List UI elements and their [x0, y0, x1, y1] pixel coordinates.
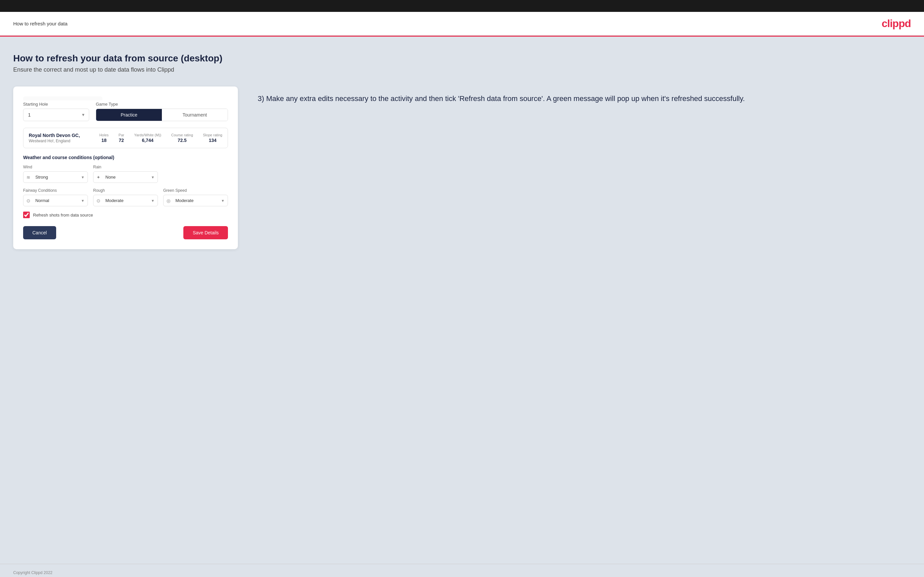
- rain-select-wrapper: ✦ None Light Heavy ▼: [93, 171, 158, 183]
- course-stats: Holes 18 Par 72 Yards/White (M)) 6,744: [99, 133, 222, 143]
- fairway-rough-green-row: Fairway Conditions ⊙ Normal Soft Hard ▼ …: [23, 188, 228, 206]
- rough-select-wrapper: ⊙ Moderate Light Heavy ▼: [93, 195, 158, 206]
- yards-label: Yards/White (M)): [134, 133, 161, 137]
- footer: Copyright Clippd 2022: [0, 564, 924, 577]
- course-rating-label: Course rating: [171, 133, 193, 137]
- conditions-title: Weather and course conditions (optional): [23, 155, 228, 160]
- course-info-header: Royal North Devon GC, Westward Ho!, Engl…: [29, 133, 222, 143]
- wind-group: Wind ≋ Strong Mild None ▼: [23, 165, 88, 183]
- wind-label: Wind: [23, 165, 88, 169]
- course-details: Royal North Devon GC, Westward Ho!, Engl…: [29, 133, 80, 143]
- holes-value: 18: [99, 138, 109, 143]
- par-value: 72: [119, 138, 124, 143]
- course-name: Royal North Devon GC,: [29, 133, 80, 138]
- game-type-buttons: Practice Tournament: [96, 109, 228, 121]
- form-actions: Cancel Save Details: [23, 226, 228, 239]
- step-description-text: 3) Make any extra edits necessary to the…: [258, 93, 911, 104]
- header: How to refresh your data clippd: [0, 12, 924, 35]
- green-speed-group: Green Speed ◎ Moderate Fast Slow ▼: [163, 188, 228, 206]
- course-rating-value: 72.5: [171, 138, 193, 143]
- rough-group: Rough ⊙ Moderate Light Heavy ▼: [93, 188, 158, 206]
- rough-label: Rough: [93, 188, 158, 193]
- par-label: Par: [119, 133, 124, 137]
- green-speed-select[interactable]: Moderate Fast Slow: [163, 195, 228, 206]
- rain-label: Rain: [93, 165, 158, 169]
- content-area: Starting Hole 1 10 ▼ Game Type Practice …: [13, 87, 911, 249]
- game-type-label: Game Type: [96, 102, 228, 106]
- form-card: Starting Hole 1 10 ▼ Game Type Practice …: [13, 87, 238, 249]
- par-stat: Par 72: [119, 133, 124, 143]
- save-details-button[interactable]: Save Details: [183, 226, 228, 239]
- hole-gametype-row: Starting Hole 1 10 ▼ Game Type Practice …: [23, 102, 228, 121]
- page-subheading: Ensure the correct and most up to date d…: [13, 66, 911, 73]
- refresh-checkbox[interactable]: [23, 211, 30, 218]
- refresh-checkbox-row: Refresh shots from data source: [23, 211, 228, 218]
- yards-stat: Yards/White (M)) 6,744: [134, 133, 161, 143]
- green-speed-select-wrapper: ◎ Moderate Fast Slow ▼: [163, 195, 228, 206]
- slope-rating-value: 134: [203, 138, 222, 143]
- yards-value: 6,744: [134, 138, 161, 143]
- slope-rating-stat: Slope rating 134: [203, 133, 222, 143]
- rough-select[interactable]: Moderate Light Heavy: [93, 195, 158, 206]
- side-description: 3) Make any extra edits necessary to the…: [258, 87, 911, 104]
- wind-select-wrapper: ≋ Strong Mild None ▼: [23, 171, 88, 183]
- course-info-box: Royal North Devon GC, Westward Ho!, Engl…: [23, 128, 228, 148]
- refresh-checkbox-label[interactable]: Refresh shots from data source: [33, 213, 93, 218]
- starting-hole-select[interactable]: 1 10: [23, 109, 89, 121]
- holes-label: Holes: [99, 133, 109, 137]
- game-type-group: Game Type Practice Tournament: [96, 102, 228, 121]
- starting-hole-select-wrapper: 1 10 ▼: [23, 109, 89, 121]
- holes-stat: Holes 18: [99, 133, 109, 143]
- fairway-select-wrapper: ⊙ Normal Soft Hard ▼: [23, 195, 88, 206]
- logo: clippd: [882, 18, 911, 30]
- fairway-group: Fairway Conditions ⊙ Normal Soft Hard ▼: [23, 188, 88, 206]
- fairway-select[interactable]: Normal Soft Hard: [23, 195, 88, 206]
- starting-hole-label: Starting Hole: [23, 102, 89, 106]
- main-content: How to refresh your data from source (de…: [0, 37, 924, 564]
- course-location: Westward Ho!, England: [29, 139, 80, 143]
- rain-group: Rain ✦ None Light Heavy ▼: [93, 165, 158, 183]
- footer-text: Copyright Clippd 2022: [13, 571, 53, 575]
- course-rating-stat: Course rating 72.5: [171, 133, 193, 143]
- page-heading: How to refresh your data from source (de…: [13, 53, 911, 64]
- green-speed-label: Green Speed: [163, 188, 228, 193]
- slope-rating-label: Slope rating: [203, 133, 222, 137]
- fairway-label: Fairway Conditions: [23, 188, 88, 193]
- header-title: How to refresh your data: [13, 21, 68, 26]
- wind-select[interactable]: Strong Mild None: [23, 171, 88, 183]
- starting-hole-group: Starting Hole 1 10 ▼: [23, 102, 89, 121]
- partial-card-hint: [23, 97, 102, 100]
- practice-button[interactable]: Practice: [96, 109, 162, 121]
- cancel-button[interactable]: Cancel: [23, 226, 56, 239]
- top-bar: [0, 0, 924, 12]
- rain-select[interactable]: None Light Heavy: [93, 171, 158, 183]
- tournament-button[interactable]: Tournament: [162, 109, 228, 121]
- wind-rain-row: Wind ≋ Strong Mild None ▼ Rain ✦: [23, 165, 228, 183]
